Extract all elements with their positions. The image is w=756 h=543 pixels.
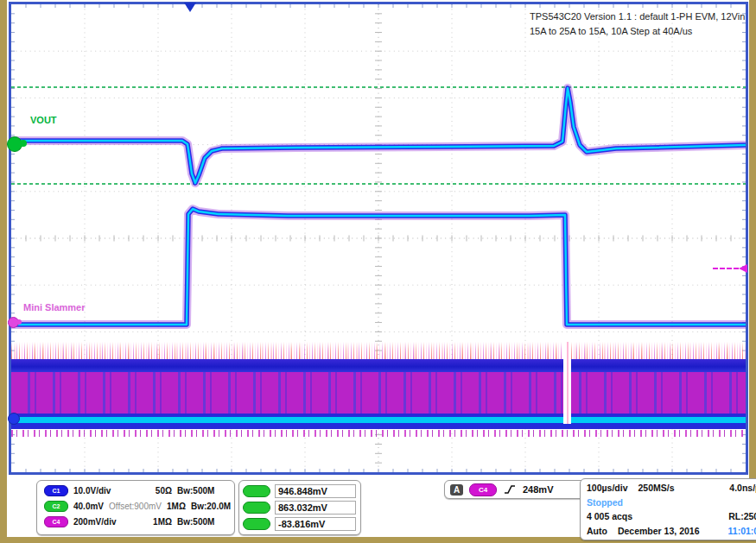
- time-label: 11:01:06: [728, 526, 756, 536]
- trigger-panel: A C4 248mV: [444, 480, 588, 499]
- record-length: RL:250k: [728, 511, 756, 521]
- channel4-bandwidth: Bw:500M: [177, 517, 227, 527]
- channel2-termination: 1MΩ: [167, 502, 186, 511]
- cursor2-value: 863.032mV: [275, 501, 356, 515]
- cursor-delta-value: -83.816mV: [275, 517, 356, 531]
- oscilloscope-screenshot: TPS543C20 Version 1.1 : default 1-PH EVM…: [0, 0, 756, 543]
- cursor1-row: 946.848mV: [243, 483, 357, 498]
- channel1-bandwidth: Bw:500M: [177, 486, 227, 496]
- channel1-scale: 10.0V/div: [73, 486, 111, 496]
- channel4-reference-marker-dot: [16, 319, 22, 325]
- channel1-reference-marker[interactable]: [8, 413, 20, 425]
- cursor2-row: 863.032mV: [243, 500, 357, 515]
- trigger-source-badge[interactable]: C4: [469, 483, 497, 496]
- channel2-reference-marker-dot: [20, 140, 27, 147]
- channel2-row: C2 40.0mV Offset:900mV 1MΩ Bw:20.0M: [37, 498, 234, 514]
- channel-settings-panel: C1 10.0V/div 50Ω Bw:500M C2 40.0mV Offse…: [36, 480, 235, 535]
- rising-edge-slope-icon: [503, 483, 517, 496]
- cursor-readout-panel: 946.848mV 863.032mV -83.816mV: [238, 480, 361, 535]
- trigger-level-marker[interactable]: [739, 264, 747, 273]
- channel2-scale: 40.0mV: [73, 502, 104, 511]
- datetime-line: Auto December 13, 2016 11:01:06: [587, 526, 756, 536]
- annotation-line1: TPS543C20 Version 1.1 : default 1-PH EVM…: [530, 9, 746, 24]
- acquisition-count: 4 005 acqs: [587, 511, 632, 521]
- timebase-line: 100µs/div 250MS/s 4.0ns/pt: [587, 483, 756, 493]
- channel4-termination: 1MΩ: [153, 517, 172, 527]
- sample-rate: 250MS/s: [638, 483, 675, 493]
- waveform-display[interactable]: TPS543C20 Version 1.1 : default 1-PH EVM…: [9, 2, 748, 475]
- trigger-a-badge[interactable]: A: [450, 484, 463, 496]
- channel4-scale: 200mV/div: [73, 517, 116, 527]
- channel1-badge[interactable]: C1: [44, 485, 68, 496]
- waveform-traces: [11, 4, 746, 472]
- trigger-position-marker[interactable]: [184, 3, 196, 12]
- channel1-termination: 50Ω: [156, 486, 172, 496]
- timebase-panel: 100µs/div 250MS/s 4.0ns/pt Stopped 4 005…: [580, 478, 756, 540]
- trigger-level-dash: [713, 268, 739, 269]
- channel4-row: C4 200mV/div 1MΩ Bw:500M: [37, 514, 234, 529]
- channel2-badge[interactable]: C2: [44, 501, 68, 512]
- date-label: December 13, 2016: [618, 526, 700, 536]
- timebase-scale: 100µs/div: [587, 483, 628, 493]
- load-trace-label: Mini Slammer: [23, 302, 86, 313]
- acquisition-status-line: Stopped: [587, 497, 756, 508]
- cursor-delta-row: -83.816mV: [243, 517, 357, 532]
- vout-trace-label: VOUT: [30, 115, 57, 125]
- sample-resolution: 4.0ns/pt: [729, 483, 756, 493]
- channel1-row: C1 10.0V/div 50Ω Bw:500M: [37, 483, 234, 498]
- cursor2-badge: [243, 502, 270, 514]
- channel4-badge[interactable]: C4: [44, 516, 68, 527]
- cursor-delta-badge: [243, 518, 270, 530]
- acquisition-count-line: 4 005 acqs RL:250k: [587, 511, 756, 521]
- setup-annotation: TPS543C20 Version 1.1 : default 1-PH EVM…: [530, 9, 746, 39]
- trigger-level-value: 248mV: [523, 484, 553, 495]
- annotation-line2: 15A to 25A to 15A, 10A Step at 40A/us: [530, 24, 746, 39]
- scope-screen: TPS543C20 Version 1.1 : default 1-PH EVM…: [7, 0, 749, 537]
- channel2-bandwidth: Bw:20.0M: [191, 502, 231, 511]
- trigger-mode: Auto: [587, 526, 607, 536]
- cursor1-badge: [243, 485, 270, 497]
- acquisition-status: Stopped: [587, 497, 623, 508]
- channel2-offset: Offset:900mV: [109, 502, 162, 511]
- cursor1-value: 946.848mV: [275, 484, 356, 498]
